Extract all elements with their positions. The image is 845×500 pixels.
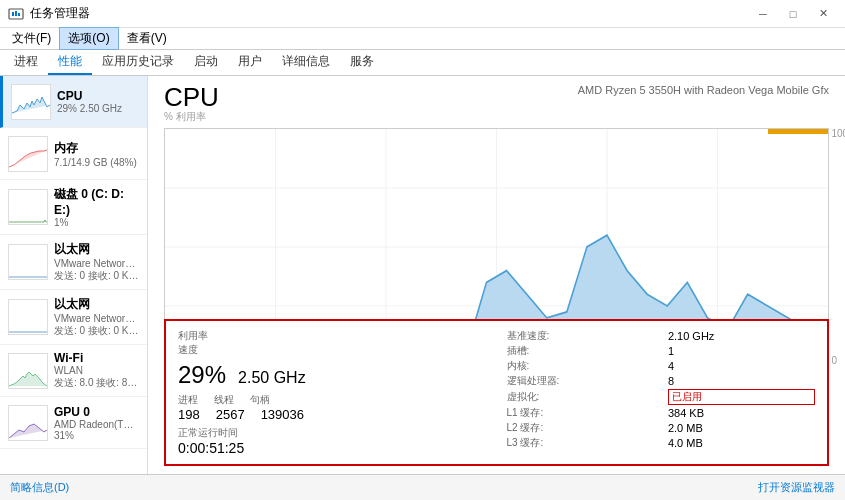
l3-value: 4.0 MB [668,437,815,449]
maximize-button[interactable]: □ [779,4,807,24]
base-speed-value: 2.10 GHz [668,330,815,342]
threads-label: 线程 [214,393,234,407]
close-button[interactable]: ✕ [809,4,837,24]
right-stats-grid: 基准速度: 2.10 GHz 插槽: 1 内核: 4 逻辑处理器: 8 虚拟化:… [507,329,816,450]
right-panel: CPU % 利用率 AMD Ryzen 5 3550H with Radeon … [148,76,845,474]
sidebar-item-disk[interactable]: 磁盘 0 (C: D: E:) 1% [0,180,147,235]
cpu-graph-bar [768,129,828,134]
gpu-sidebar-sub1: AMD Radeon(TM) Ve. [54,419,139,430]
sidebar-item-memory[interactable]: 内存 7.1/14.9 GB (48%) [0,128,147,180]
disk-sidebar-info: 磁盘 0 (C: D: E:) 1% [54,186,139,228]
window-title: 任务管理器 [30,5,90,22]
l2-value: 2.0 MB [668,422,815,434]
l2-label: L2 缓存: [507,421,660,435]
menu-view[interactable]: 查看(V) [119,28,175,49]
svg-rect-7 [9,245,47,279]
sockets-label: 插槽: [507,344,660,358]
eth1-sidebar-sub2: 发送: 0 接收: 0 Kbps [54,269,139,283]
stats-right: 基准速度: 2.10 GHz 插槽: 1 内核: 4 逻辑处理器: 8 虚拟化:… [507,329,816,456]
menu-bar: 文件(F) 选项(O) 查看(V) [0,28,845,50]
eth1-thumb [8,244,48,280]
tab-services[interactable]: 服务 [340,50,384,75]
gpu-thumb [8,405,48,441]
sidebar-item-gpu[interactable]: GPU 0 AMD Radeon(TM) Ve. 31% [0,397,147,449]
cores-value: 4 [668,360,815,372]
cpu-sidebar-info: CPU 29% 2.50 GHz [57,89,139,114]
tab-details[interactable]: 详细信息 [272,50,340,75]
sidebar: CPU 29% 2.50 GHz 内存 7.1/14.9 GB (48%) [0,76,148,474]
sidebar-item-eth2[interactable]: 以太网 VMware Network Ad. 发送: 0 接收: 0 Kbps [0,290,147,345]
processes-value: 198 [178,407,200,422]
l3-label: L3 缓存: [507,436,660,450]
logical-label: 逻辑处理器: [507,374,660,388]
memory-sidebar-name: 内存 [54,140,139,157]
handles-label: 句柄 [250,393,270,407]
wifi-sidebar-name: Wi-Fi [54,351,139,365]
window-controls: ─ □ ✕ [749,4,837,24]
eth2-sidebar-sub2: 发送: 0 接收: 0 Kbps [54,324,139,338]
disk-thumb [8,189,48,225]
disk-sidebar-name: 磁盘 0 (C: D: E:) [54,186,139,217]
title-bar: 任务管理器 ─ □ ✕ [0,0,845,28]
uptime-value: 0:00:51:25 [178,440,487,456]
cpu-sidebar-sub: 29% 2.50 GHz [57,103,139,114]
tab-performance[interactable]: 性能 [48,50,92,75]
eth2-thumb [8,299,48,335]
menu-options[interactable]: 选项(O) [59,27,118,50]
eth1-sidebar-name: 以太网 [54,241,139,258]
utilization-label: 利用率 [178,329,208,343]
svg-rect-1 [12,12,14,16]
svg-rect-8 [9,300,47,334]
graph-100-label: 100% [831,128,845,139]
wifi-sidebar-sub1: WLAN [54,365,139,376]
virtualization-value: 已启用 [668,389,815,405]
utilization-value: 29% [178,361,226,389]
tab-startup[interactable]: 启动 [184,50,228,75]
sidebar-item-cpu[interactable]: CPU 29% 2.50 GHz [0,76,147,128]
cpu-sidebar-name: CPU [57,89,139,103]
svg-rect-3 [18,13,20,16]
open-monitor-link[interactable]: 打开资源监视器 [758,480,835,495]
panel-title: CPU [164,84,219,110]
minimize-button[interactable]: ─ [749,4,777,24]
virtualization-label: 虚拟化: [507,390,660,404]
disk-sidebar-sub: 1% [54,217,139,228]
cpu-thumb [11,84,51,120]
base-speed-label: 基准速度: [507,329,660,343]
wifi-sidebar-info: Wi-Fi WLAN 发送: 8.0 接收: 88.0 Kb [54,351,139,390]
eth2-sidebar-sub1: VMware Network Ad. [54,313,139,324]
panel-header: CPU % 利用率 AMD Ryzen 5 3550H with Radeon … [164,84,829,126]
speed-label: 速度 [178,343,208,357]
gpu-sidebar-sub2: 31% [54,430,139,441]
stats-box: 利用率 速度 29% 2.50 GHz 进程 线程 句柄 198 2567 13… [164,319,829,466]
panel-subtitle: AMD Ryzen 5 3550H with Radeon Vega Mobil… [578,84,829,96]
tab-processes[interactable]: 进程 [4,50,48,75]
wifi-thumb [8,353,48,389]
sidebar-item-wifi[interactable]: Wi-Fi WLAN 发送: 8.0 接收: 88.0 Kb [0,345,147,397]
eth1-sidebar-sub1: VMware Network Ad. [54,258,139,269]
eth2-sidebar-name: 以太网 [54,296,139,313]
panel-ylabel: % 利用率 [164,110,219,124]
memory-sidebar-info: 内存 7.1/14.9 GB (48%) [54,140,139,168]
memory-sidebar-sub: 7.1/14.9 GB (48%) [54,157,139,168]
svg-rect-2 [15,11,17,16]
stats-left: 利用率 速度 29% 2.50 GHz 进程 线程 句柄 198 2567 13… [178,329,487,456]
status-bar: 简略信息(D) 打开资源监视器 [0,474,845,500]
menu-file[interactable]: 文件(F) [4,28,59,49]
gpu-sidebar-info: GPU 0 AMD Radeon(TM) Ve. 31% [54,405,139,441]
l1-value: 384 KB [668,407,815,419]
svg-rect-6 [9,190,47,224]
tab-app-history[interactable]: 应用历史记录 [92,50,184,75]
brief-info-link[interactable]: 简略信息(D) [10,480,69,495]
sidebar-item-eth1[interactable]: 以太网 VMware Network Ad. 发送: 0 接收: 0 Kbps [0,235,147,290]
l1-label: L1 缓存: [507,406,660,420]
eth1-sidebar-info: 以太网 VMware Network Ad. 发送: 0 接收: 0 Kbps [54,241,139,283]
gpu-sidebar-name: GPU 0 [54,405,139,419]
graph-0-label: 0 [831,355,837,366]
wifi-sidebar-sub2: 发送: 8.0 接收: 88.0 Kb [54,376,139,390]
handles-value: 139036 [261,407,304,422]
app-icon [8,6,24,22]
tab-users[interactable]: 用户 [228,50,272,75]
uptime-label: 正常运行时间 [178,426,487,440]
logical-value: 8 [668,375,815,387]
